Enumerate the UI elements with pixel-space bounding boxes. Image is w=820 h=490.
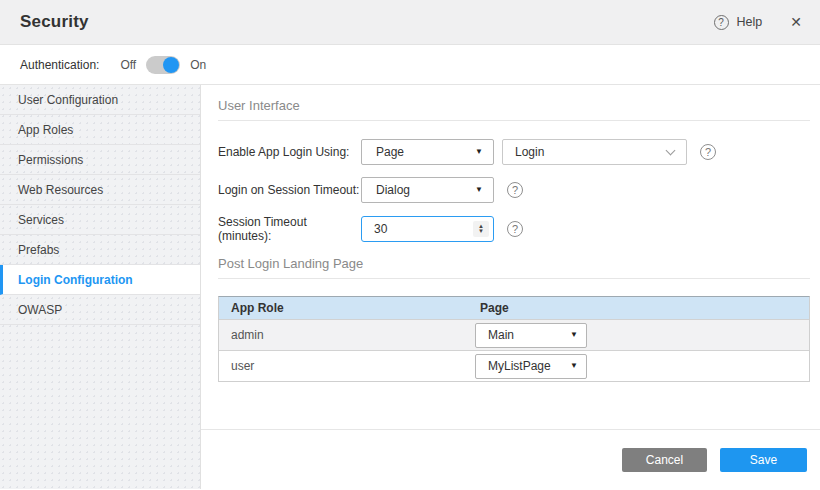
login-session-timeout-row: Login on Session Timeout: Dialog ▼ ? bbox=[218, 177, 810, 203]
step-down-icon: ▼ bbox=[478, 229, 484, 234]
table-row-admin: admin Main ▼ bbox=[219, 319, 809, 350]
app-role-cell: user bbox=[219, 351, 468, 381]
login-page-value: Login bbox=[515, 145, 544, 159]
enable-app-login-select[interactable]: Page ▼ bbox=[361, 139, 494, 165]
authentication-toggle[interactable] bbox=[146, 56, 180, 74]
sidebar-item-services[interactable]: Services bbox=[0, 205, 200, 235]
login-session-timeout-value: Dialog bbox=[376, 183, 410, 197]
login-configuration-content: User Interface Enable App Login Using: P… bbox=[201, 85, 820, 382]
enable-app-login-label: Enable App Login Using: bbox=[218, 145, 361, 159]
sidebar: User Configuration App Roles Permissions… bbox=[0, 85, 201, 489]
table-row-user: user MyListPage ▼ bbox=[219, 350, 809, 381]
app-role-cell: admin bbox=[219, 320, 468, 350]
sidebar-item-login-configuration[interactable]: Login Configuration bbox=[0, 265, 200, 295]
help-link[interactable]: Help bbox=[737, 15, 763, 29]
login-session-timeout-label: Login on Session Timeout: bbox=[218, 183, 361, 197]
help-icon[interactable]: ? bbox=[507, 182, 523, 198]
caret-down-icon: ▼ bbox=[475, 148, 483, 156]
caret-down-icon: ▼ bbox=[475, 186, 483, 194]
authentication-bar: Authentication: Off On bbox=[0, 45, 820, 85]
enable-app-login-value: Page bbox=[376, 145, 404, 159]
sidebar-item-user-configuration[interactable]: User Configuration bbox=[0, 85, 200, 115]
authentication-label: Authentication: bbox=[20, 58, 99, 72]
main-panel: User Interface Enable App Login Using: P… bbox=[201, 85, 820, 489]
login-page-combobox[interactable]: Login bbox=[502, 139, 687, 165]
dialog-footer: Cancel Save bbox=[201, 429, 820, 489]
dialog-body: User Configuration App Roles Permissions… bbox=[0, 85, 820, 489]
enable-app-login-row: Enable App Login Using: Page ▼ Login ? bbox=[218, 139, 810, 165]
section-title-post-login: Post Login Landing Page bbox=[218, 256, 810, 271]
session-timeout-row: Session Timeout (minutes): ▲ ▼ ? bbox=[218, 215, 810, 243]
page-cell: MyListPage ▼ bbox=[468, 351, 809, 381]
section-divider bbox=[218, 120, 810, 121]
post-login-landing-table: App Role Page admin Main ▼ user bbox=[218, 296, 810, 382]
login-session-timeout-select[interactable]: Dialog ▼ bbox=[361, 177, 494, 203]
toggle-knob bbox=[163, 57, 179, 73]
save-button[interactable]: Save bbox=[720, 448, 807, 472]
user-page-value: MyListPage bbox=[488, 359, 551, 373]
session-timeout-label: Session Timeout (minutes): bbox=[218, 215, 361, 243]
title-bar: Security ? Help ✕ bbox=[0, 0, 820, 45]
admin-page-select[interactable]: Main ▼ bbox=[475, 323, 587, 348]
titlebar-actions: ? Help ✕ bbox=[714, 15, 802, 30]
sidebar-item-app-roles[interactable]: App Roles bbox=[0, 115, 200, 145]
cancel-button[interactable]: Cancel bbox=[622, 448, 707, 472]
close-icon[interactable]: ✕ bbox=[790, 15, 802, 29]
session-timeout-field-wrap: ▲ ▼ bbox=[361, 216, 494, 242]
section-title-user-interface: User Interface bbox=[218, 98, 810, 113]
admin-page-value: Main bbox=[488, 328, 514, 342]
user-page-select[interactable]: MyListPage ▼ bbox=[475, 354, 587, 379]
sidebar-item-web-resources[interactable]: Web Resources bbox=[0, 175, 200, 205]
caret-down-icon: ▼ bbox=[570, 331, 578, 339]
column-header-page: Page bbox=[468, 297, 809, 319]
column-header-app-role: App Role bbox=[219, 297, 468, 319]
caret-down-icon: ▼ bbox=[570, 362, 578, 370]
page-title: Security bbox=[20, 12, 89, 32]
sidebar-item-prefabs[interactable]: Prefabs bbox=[0, 235, 200, 265]
sidebar-item-owasp[interactable]: OWASP bbox=[0, 295, 200, 325]
toggle-on-label: On bbox=[190, 58, 206, 72]
security-dialog: Security ? Help ✕ Authentication: Off On… bbox=[0, 0, 820, 490]
help-icon[interactable]: ? bbox=[507, 221, 523, 237]
help-icon[interactable]: ? bbox=[714, 15, 729, 30]
number-stepper[interactable]: ▲ ▼ bbox=[473, 221, 489, 237]
help-icon[interactable]: ? bbox=[700, 144, 716, 160]
section-divider bbox=[218, 278, 810, 279]
table-header-row: App Role Page bbox=[219, 297, 809, 319]
toggle-off-label: Off bbox=[120, 58, 136, 72]
page-cell: Main ▼ bbox=[468, 320, 809, 350]
sidebar-item-permissions[interactable]: Permissions bbox=[0, 145, 200, 175]
chevron-down-icon bbox=[666, 146, 676, 156]
